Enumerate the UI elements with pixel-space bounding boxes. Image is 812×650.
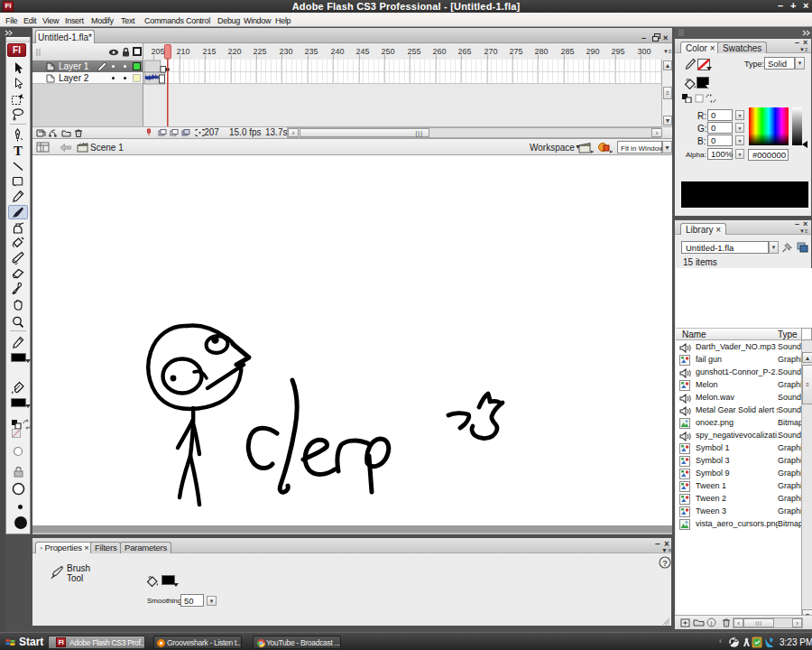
svg-text:i: i [711,619,713,627]
svg-text:?: ? [662,559,668,568]
svg-text:T: T [14,144,23,158]
